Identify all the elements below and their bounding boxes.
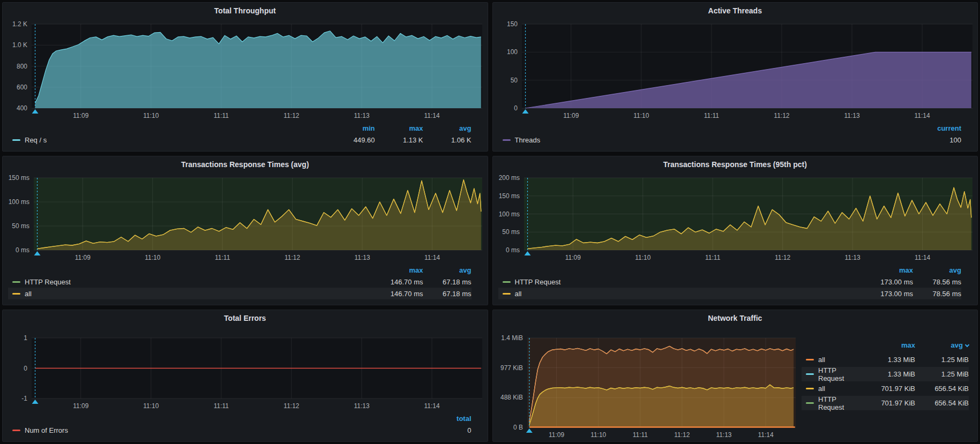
- annotation-marker-icon[interactable]: [32, 109, 39, 114]
- legend-value: 173.00 ms: [865, 278, 913, 286]
- y-axis-tick-label: 50 ms: [502, 228, 520, 236]
- annotation-marker-icon[interactable]: [32, 400, 39, 404]
- legend-value: 1.25 MiB: [915, 370, 969, 378]
- panel-title-total-errors[interactable]: Total Errors: [3, 310, 488, 326]
- x-axis-tick-label: 11:14: [424, 112, 439, 119]
- chevron-down-icon: [965, 343, 969, 347]
- series-color-dash: [806, 388, 814, 389]
- legend-series-label[interactable]: HTTP Request: [25, 278, 71, 286]
- x-axis-tick-label: 11:11: [705, 254, 721, 261]
- legend-value: 656.54 KiB: [915, 385, 969, 393]
- legend-series: all: [802, 356, 825, 364]
- x-axis-tick-label: 11:09: [73, 402, 88, 410]
- panel-title-total-throughput[interactable]: Total Throughput: [3, 3, 488, 19]
- chart-total-throughput[interactable]: 4006008001.0 K1.2 K11:0911:1011:1111:121…: [3, 19, 488, 122]
- legend-response-times-95th: maxavgHTTP Request173.00 ms78.56 msall17…: [493, 264, 978, 305]
- panel-title-response-times-avg[interactable]: Transactions Response Times (avg): [3, 156, 488, 172]
- legend-series: Req / s: [8, 136, 47, 144]
- chart-svg: -10111:0911:1011:1111:1211:1311:14: [3, 326, 488, 412]
- y-axis-tick-label: 0 ms: [16, 246, 29, 254]
- panel-title-response-times-95th[interactable]: Transactions Response Times (95th pct): [493, 156, 978, 172]
- legend-value: 67.18 ms: [423, 278, 472, 286]
- legend-series-label[interactable]: all: [515, 290, 522, 298]
- x-axis-tick-label: 11:14: [424, 254, 440, 261]
- annotation-marker-icon[interactable]: [524, 251, 530, 255]
- y-axis-tick-label: 1: [24, 334, 27, 342]
- legend-series-label[interactable]: HTTP Request: [515, 278, 561, 286]
- legend-series-label[interactable]: all: [818, 385, 825, 393]
- y-axis-tick-label: 50: [510, 77, 518, 84]
- x-axis-tick-label: 11:10: [635, 254, 650, 261]
- legend-value: 67.18 ms: [423, 290, 472, 298]
- annotation-marker-icon[interactable]: [522, 109, 528, 114]
- legend-value: 701.97 KiB: [862, 385, 915, 393]
- annotation-marker-icon[interactable]: [34, 251, 41, 255]
- panel-title-network-traffic[interactable]: Network Traffic: [493, 310, 978, 326]
- legend-series: Num of Errors: [8, 426, 68, 434]
- x-axis-tick-label: 11:10: [143, 402, 159, 410]
- chart-response-times-avg[interactable]: 0 ms50 ms100 ms150 ms11:0911:1011:1111:1…: [3, 172, 488, 264]
- legend-header-row: maxavg: [802, 338, 969, 352]
- series-color-dash: [12, 281, 20, 283]
- legend-series: all: [498, 290, 522, 298]
- y-axis-tick-label: 150 ms: [9, 174, 29, 182]
- legend-header-max[interactable]: max: [375, 124, 423, 132]
- series-color-dash: [12, 293, 20, 295]
- y-axis-tick-label: 100 ms: [9, 198, 29, 206]
- legend-header-row: current: [498, 122, 962, 134]
- x-axis-tick-label: 11:11: [214, 402, 229, 410]
- legend-series-label[interactable]: HTTP Request: [818, 395, 862, 411]
- x-axis-tick-label: 11:14: [424, 402, 439, 410]
- x-axis-tick-label: 11:10: [590, 431, 606, 439]
- legend-series-label[interactable]: Num of Errors: [25, 426, 68, 434]
- x-axis-tick-label: 11:10: [145, 254, 160, 261]
- x-axis-tick-label: 11:14: [914, 254, 930, 261]
- legend-series: HTTP Request: [8, 278, 71, 286]
- y-axis-tick-label: 0: [514, 104, 518, 112]
- series-color-dash: [12, 139, 20, 141]
- legend-header-avg[interactable]: avg: [423, 266, 472, 274]
- y-axis-tick-label: 0 B: [513, 424, 522, 431]
- legend-header-max[interactable]: max: [862, 341, 915, 349]
- series-color-dash: [503, 293, 511, 295]
- legend-series-label[interactable]: Threads: [515, 136, 541, 144]
- chart-svg: 0 ms50 ms100 ms150 ms11:0911:1011:1111:1…: [3, 172, 488, 264]
- legend-row: HTTP Request701.97 KiB656.54 KiB: [802, 396, 969, 410]
- x-axis-tick-label: 11:11: [704, 112, 719, 119]
- chart-active-threads[interactable]: 05010015011:0911:1011:1111:1211:1311:14: [493, 19, 978, 122]
- y-axis-tick-label: 600: [17, 84, 27, 91]
- chart-svg: 0 ms50 ms100 ms150 ms200 ms11:0911:1011:…: [493, 172, 978, 264]
- y-axis-tick-label: 1.0 K: [12, 41, 27, 49]
- legend-value: 100: [913, 136, 961, 144]
- legend-series-label[interactable]: all: [25, 290, 32, 298]
- legend-header-total[interactable]: total: [423, 415, 472, 423]
- legend-header-row: maxavg: [8, 264, 472, 276]
- legend-header-max[interactable]: max: [375, 266, 423, 274]
- legend-series-label[interactable]: Req / s: [25, 136, 47, 144]
- legend-value: 1.06 K: [423, 136, 472, 144]
- legend-series: HTTP Request: [802, 366, 862, 382]
- x-axis-tick-label: 11:09: [563, 112, 579, 119]
- legend-row: Req / s449.601.13 K1.06 K: [8, 134, 472, 146]
- chart-network-traffic[interactable]: 0 B488 KiB977 KiB1.4 MiB11:0911:1011:111…: [493, 326, 800, 441]
- chart-total-errors[interactable]: -10111:0911:1011:1111:1211:1311:14: [3, 326, 488, 412]
- legend-header-avg[interactable]: avg: [913, 266, 961, 274]
- legend-header-avg[interactable]: avg: [915, 341, 969, 349]
- legend-series-label[interactable]: HTTP Request: [818, 366, 862, 382]
- legend-header-max[interactable]: max: [865, 266, 913, 274]
- legend-series-label[interactable]: all: [818, 356, 825, 364]
- legend-value: 78.56 ms: [913, 290, 961, 298]
- legend-header-min[interactable]: min: [327, 124, 375, 132]
- chart-response-times-95th[interactable]: 0 ms50 ms100 ms150 ms200 ms11:0911:1011:…: [493, 172, 978, 264]
- legend-row: Threads100: [498, 134, 962, 146]
- x-axis-tick-label: 11:09: [549, 431, 564, 439]
- y-axis-tick-label: 1.4 MiB: [501, 334, 523, 342]
- y-axis-tick-label: 150 ms: [498, 192, 519, 200]
- legend-header-row: minmaxavg: [8, 122, 472, 134]
- legend-header-avg[interactable]: avg: [423, 124, 472, 132]
- legend-value: 1.13 K: [375, 136, 423, 144]
- legend-header-current[interactable]: current: [913, 124, 961, 132]
- panel-title-active-threads[interactable]: Active Threads: [493, 3, 978, 19]
- annotation-marker-icon[interactable]: [526, 428, 532, 433]
- legend-row: HTTP Request1.33 MiB1.25 MiB: [802, 367, 969, 381]
